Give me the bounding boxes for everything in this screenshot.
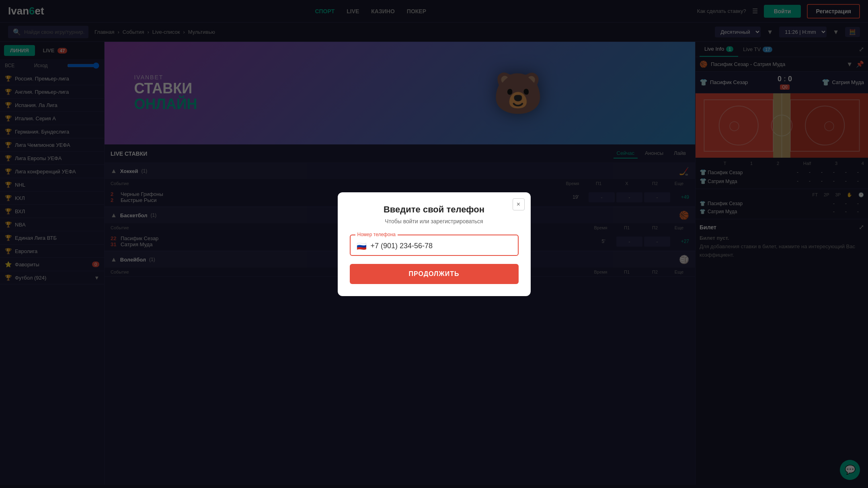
phone-input-row: 🇷🇺 [357,241,512,251]
modal-title: Введите свой телефон [350,204,519,215]
modal-close-button[interactable]: × [513,198,525,210]
continue-button[interactable]: ПРОДОЛЖИТЬ [350,264,519,284]
phone-label: Номер телефона [355,232,398,237]
flag-icon: 🇷🇺 [357,241,367,251]
phone-input[interactable] [371,242,512,250]
phone-field: Номер телефона 🇷🇺 [350,235,519,256]
modal-subtitle: Чтобы войти или зарегистрироваться [350,218,519,224]
modal-overlay[interactable]: × Введите свой телефон Чтобы войти или з… [0,0,868,485]
modal-dialog: × Введите свой телефон Чтобы войти или з… [338,192,531,296]
